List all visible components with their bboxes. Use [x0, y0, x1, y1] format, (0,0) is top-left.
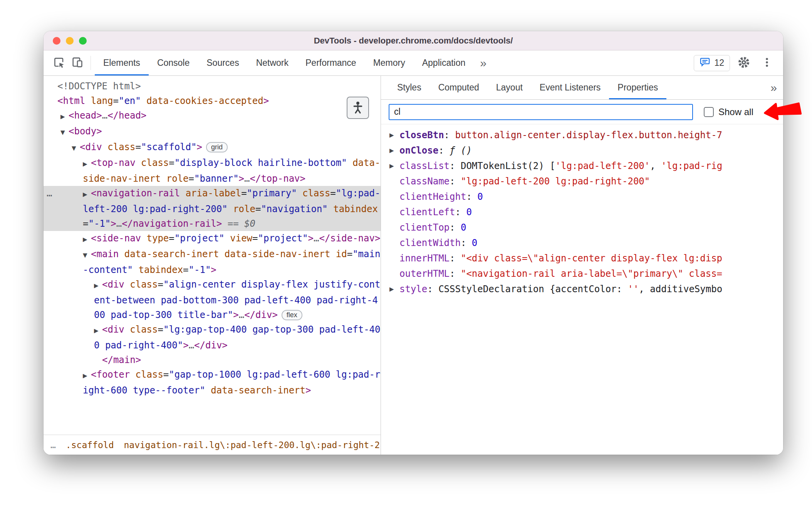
tab-memory[interactable]: Memory [365, 50, 414, 75]
tab-sources[interactable]: Sources [198, 50, 247, 75]
code-token: … [102, 110, 107, 121]
tab-console[interactable]: Console [149, 50, 198, 75]
property-row[interactable]: clientTop: 0 [381, 220, 783, 235]
property-row[interactable]: innerHTML: "<div class=\"align-center di… [381, 251, 783, 266]
property-row[interactable]: clientWidth: 0 [381, 235, 783, 251]
collapse-arrow-icon[interactable]: ▼ [60, 125, 69, 140]
property-row[interactable]: clientHeight: 0 [381, 189, 783, 204]
dom-tree-row[interactable]: ▶<footer class="gap-top-1000 lg:pad-left… [44, 367, 381, 398]
flex-badge[interactable]: flex [282, 310, 302, 320]
sidebar-tab-event-listeners[interactable]: Event Listeners [531, 76, 609, 99]
property-row[interactable]: ▶classList: DOMTokenList(2) ['lg:pad-lef… [381, 158, 783, 174]
code-token: type [147, 233, 169, 244]
breadcrumb-item[interactable]: … [50, 440, 56, 450]
breadcrumb-item[interactable]: navigation-rail.lg\:pad-left-200.lg\:pad… [124, 440, 380, 450]
expand-arrow-icon[interactable]: ▶ [83, 232, 91, 247]
dom-tree-row[interactable]: …▶<navigation-rail aria-label="primary" … [44, 186, 381, 231]
property-name: outerHTML [399, 268, 450, 279]
properties-filter-input[interactable] [389, 104, 693, 120]
dom-tree-row[interactable]: ▶<top-nav class="display-block hairline-… [44, 156, 381, 186]
dom-tree-row[interactable]: </main> [44, 353, 381, 367]
expand-arrow-icon[interactable]: ▶ [389, 281, 394, 297]
tab-application[interactable]: Application [414, 50, 474, 75]
code-token: <top-nav [91, 157, 136, 168]
breadcrumb-item[interactable]: .scaffold [66, 440, 114, 450]
property-value: 0 [477, 191, 483, 202]
expand-arrow-icon[interactable]: ▶ [389, 158, 394, 174]
issues-button[interactable]: 12 [694, 55, 730, 71]
code-token: = [347, 249, 352, 259]
sidebar-tab-computed[interactable]: Computed [430, 76, 488, 99]
tab-network[interactable]: Network [248, 50, 297, 75]
expand-arrow-icon[interactable]: ▶ [94, 278, 102, 293]
tab-performance[interactable]: Performance [297, 50, 365, 75]
close-window-button[interactable] [53, 37, 60, 45]
zoom-window-button[interactable] [79, 37, 87, 45]
code-token [228, 204, 233, 214]
property-row[interactable]: outerHTML: "<navigation-rail aria-label=… [381, 266, 783, 281]
dom-tree-row[interactable]: <html lang="en" data-cookies-accepted> [44, 94, 381, 108]
property-row[interactable]: clientLeft: 0 [381, 204, 783, 220]
property-colon: : [450, 161, 461, 171]
expand-arrow-icon[interactable]: ▶ [60, 109, 69, 124]
dom-tree-row[interactable]: ▼<main data-search-inert data-side-nav-i… [44, 247, 381, 277]
code-token: = [158, 324, 163, 335]
dom-tree-row[interactable]: <!DOCTYPE html> [44, 79, 381, 94]
code-token [124, 324, 130, 335]
sidebar-more-tabs-button[interactable]: » [764, 76, 783, 99]
window-titlebar[interactable]: DevTools - developer.chrome.com/docs/dev… [44, 31, 783, 50]
more-tabs-button[interactable]: » [474, 50, 493, 75]
dom-tree-row[interactable]: ▶<div class="lg:gap-top-400 gap-top-300 … [44, 322, 381, 353]
dom-tree-row[interactable]: ▼<div class="scaffold">grid [44, 140, 381, 156]
dom-tree-row[interactable]: ▶<head>…</head> [44, 108, 381, 124]
row-overflow-menu[interactable]: … [47, 186, 52, 201]
show-all-checkbox[interactable] [704, 107, 714, 117]
property-name: onClose [399, 145, 438, 156]
sidebar-tab-styles[interactable]: Styles [389, 76, 430, 99]
code-token: class [136, 369, 163, 380]
expand-arrow-icon[interactable]: ▶ [83, 368, 91, 383]
show-all-label[interactable]: Show all [718, 107, 753, 117]
expand-arrow-icon[interactable]: ▶ [389, 143, 394, 158]
code-token [119, 249, 124, 259]
minimize-window-button[interactable] [66, 37, 74, 45]
dom-tree-row[interactable]: ▶<side-nav type="project" view="project"… [44, 231, 381, 247]
grid-badge[interactable]: grid [206, 142, 228, 152]
dom-tree-row[interactable]: ▼<body> [44, 124, 381, 140]
sidebar-tab-properties[interactable]: Properties [609, 76, 666, 99]
code-token: = [169, 233, 174, 244]
property-row[interactable]: className: "lg:pad-left-200 lg:pad-right… [381, 174, 783, 189]
code-token: tabindex [139, 264, 183, 275]
inspect-element-button[interactable] [50, 50, 68, 75]
code-token [161, 173, 166, 184]
sidebar-tab-layout[interactable]: Layout [488, 76, 531, 99]
code-token: <footer [91, 369, 130, 380]
code-token: "project" [258, 233, 308, 244]
expand-arrow-icon[interactable]: ▶ [83, 157, 91, 171]
collapse-arrow-icon[interactable]: ▼ [72, 141, 80, 156]
expand-arrow-icon[interactable]: ▶ [389, 127, 394, 143]
settings-gear-button[interactable] [735, 56, 753, 70]
code-token: = [241, 188, 247, 199]
property-name: classList [399, 161, 450, 171]
property-name: closeBtn [399, 130, 444, 141]
property-name: innerHTML [399, 253, 450, 264]
code-token [205, 385, 211, 396]
property-colon: : [438, 145, 450, 156]
code-token [328, 204, 333, 214]
code-token: <navigation-rail [91, 188, 180, 199]
expand-arrow-icon[interactable]: ▶ [83, 187, 91, 202]
expand-arrow-icon[interactable]: ▶ [94, 323, 102, 338]
property-row[interactable]: ▶onClose: ƒ () [381, 143, 783, 158]
property-row[interactable]: ▶style: CSSStyleDeclaration {accentColor… [381, 281, 783, 297]
dom-tree-row[interactable]: ▶<div class="align-center display-flex j… [44, 277, 381, 322]
property-row[interactable]: ▶closeBtn: button.align-center.display-f… [381, 127, 783, 143]
tab-elements[interactable]: Elements [95, 50, 149, 75]
collapse-arrow-icon[interactable]: ▼ [83, 248, 91, 263]
accessibility-inspect-button[interactable] [347, 97, 369, 119]
device-toolbar-button[interactable] [68, 50, 87, 75]
issues-chat-icon [700, 57, 710, 70]
more-options-button[interactable] [758, 57, 776, 69]
code-token: data-search-inert [211, 385, 305, 396]
property-value: "<navigation-rail aria-label=\"primary\"… [461, 268, 722, 279]
